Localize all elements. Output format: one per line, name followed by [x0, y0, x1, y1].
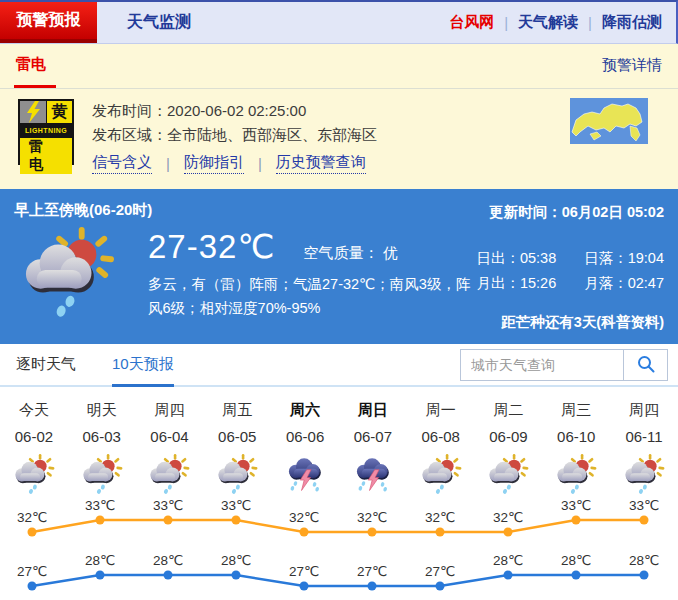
svg-text:27℃: 27℃	[357, 564, 387, 579]
dates-row: 06-0206-0306-0406-0506-0606-0706-0806-09…	[0, 423, 678, 451]
top-nav: 预警预报 天气监测 台风网|天气解读|降雨估测	[0, 0, 678, 44]
weather-description: 多云，有（雷）阵雨；气温27-32℃；南风3级，阵风6级；相对湿度70%-95%	[148, 273, 472, 321]
svg-text:32℃: 32℃	[289, 510, 319, 525]
header-link[interactable]: 天气解读	[518, 13, 578, 32]
svg-text:33℃: 33℃	[85, 498, 115, 513]
badge-type-en: LIGHTNING	[20, 124, 72, 137]
svg-text:28℃: 28℃	[493, 553, 523, 568]
day-name: 周五	[203, 397, 271, 423]
shower-icon	[610, 451, 678, 497]
svg-text:27℃: 27℃	[17, 564, 47, 579]
tab-ten-day-forecast[interactable]: 10天预报	[112, 344, 174, 387]
day-name: 周一	[407, 397, 475, 423]
badge-top-row: 黄	[20, 101, 72, 123]
shower-icon	[136, 451, 204, 497]
thunderstorm-icon	[339, 451, 407, 497]
day-date: 06-04	[136, 423, 204, 451]
header-links: 台风网|天气解读|降雨估测	[449, 2, 676, 43]
temperature-range: 27-32℃	[148, 227, 275, 266]
day-name: 周四	[610, 397, 678, 423]
publish-area-value: 全市陆地、西部海区、东部海区	[167, 126, 377, 143]
update-time-label: 更新时间：	[489, 204, 562, 220]
search-button[interactable]	[623, 350, 667, 380]
day-names-row: 今天明天周四周五周六周日周一周二周三周四	[0, 397, 678, 423]
alert-type-label[interactable]: 雷电	[16, 55, 46, 74]
svg-text:27℃: 27℃	[289, 564, 319, 579]
day-date: 06-05	[203, 423, 271, 451]
day-name: 周二	[475, 397, 543, 423]
alert-info: 发布时间：2020-06-02 02:25:00 发布区域：全市陆地、西部海区、…	[92, 99, 377, 189]
svg-text:28℃: 28℃	[629, 553, 659, 568]
day-date: 06-07	[339, 423, 407, 451]
day-date: 06-11	[610, 423, 678, 451]
alert-link-divider: |	[258, 155, 262, 172]
alert-active-underline	[14, 85, 56, 88]
publish-time-line: 发布时间：2020-06-02 02:25:00	[92, 99, 377, 123]
update-time-value: 06月02日 05:02	[562, 204, 664, 220]
day-name: 明天	[68, 397, 136, 423]
alert-link-divider: |	[166, 155, 170, 172]
air-quality-label: 空气质量：	[303, 244, 378, 261]
tab-warning-forecast[interactable]: 预警预报	[0, 2, 97, 43]
update-time: 更新时间：06月02日 05:02	[489, 203, 664, 222]
weather-icons-row	[0, 451, 678, 497]
shower-icon	[68, 451, 136, 497]
lightning-bolt-icon	[20, 101, 46, 123]
region-map	[570, 98, 648, 148]
day-name: 今天	[0, 397, 68, 423]
day-date: 06-03	[68, 423, 136, 451]
shower-icon	[407, 451, 475, 497]
sunrise: 日出：05:38	[476, 249, 556, 268]
weather-page: 预警预报 天气监测 台风网|天气解读|降雨估测 雷电 预警详情 黄 LIGHTN…	[0, 0, 678, 600]
svg-text:32℃: 32℃	[493, 510, 523, 525]
shower-icon	[203, 451, 271, 497]
alert-section: 雷电 预警详情 黄 LIGHTNING 雷电 发布时间：20	[0, 44, 678, 189]
header-link-divider: |	[504, 14, 508, 31]
ten-day-forecast: 今天明天周四周五周六周日周一周二周三周四 06-0206-0306-0406-0…	[0, 387, 678, 599]
tab-weather-monitor[interactable]: 天气监测	[97, 2, 221, 43]
current-conditions-panel: 早上至傍晚(06-20时) 27-32℃ 空气质量： 优 多云，有（雷）阵雨；气…	[0, 189, 678, 344]
air-quality: 空气质量： 优	[303, 244, 397, 263]
city-search-input[interactable]	[461, 350, 623, 380]
svg-text:28℃: 28℃	[561, 553, 591, 568]
day-date: 06-02	[0, 423, 68, 451]
shower-icon	[475, 451, 543, 497]
header-link-divider: |	[588, 14, 592, 31]
svg-text:33℃: 33℃	[153, 498, 183, 513]
lightning-warning-badge: 黄 LIGHTNING 雷电	[18, 99, 74, 165]
svg-text:33℃: 33℃	[629, 498, 659, 513]
solar-term-link[interactable]: 距芒种还有3天(科普资料)	[501, 313, 664, 332]
moonrise: 月出：15:26	[476, 274, 556, 293]
day-date: 06-08	[407, 423, 475, 451]
air-quality-value: 优	[383, 244, 398, 261]
alert-link[interactable]: 历史预警查询	[276, 153, 366, 174]
header-link[interactable]: 台风网	[449, 13, 494, 32]
svg-text:32℃: 32℃	[425, 510, 455, 525]
svg-text:28℃: 28℃	[221, 553, 251, 568]
publish-area-label: 发布区域：	[92, 126, 167, 143]
sun-moon-times: 日出：05:38 日落：19:04 月出：15:26 月落：02:47	[476, 249, 664, 293]
publish-time-label: 发布时间：	[92, 102, 167, 119]
sunset: 日落：19:04	[584, 249, 664, 268]
alert-body: 黄 LIGHTNING 雷电 发布时间：2020-06-02 02:25:00 …	[0, 89, 678, 189]
tab-hourly-weather[interactable]: 逐时天气	[16, 344, 76, 385]
header-link[interactable]: 降雨估测	[602, 13, 662, 32]
day-name: 周六	[271, 397, 339, 423]
day-name: 周三	[542, 397, 610, 423]
publish-area-line: 发布区域：全市陆地、西部海区、东部海区	[92, 123, 377, 147]
shower-icon	[0, 451, 68, 497]
shower-icon	[542, 451, 610, 497]
temperature-line-chart: 32℃33℃33℃33℃32℃32℃32℃32℃33℃33℃27℃28℃28℃2…	[0, 497, 678, 600]
alert-link[interactable]: 防御指引	[184, 153, 244, 174]
search-icon	[636, 354, 656, 377]
thunderstorm-icon	[271, 451, 339, 497]
current-weather-icon shower-icon	[20, 227, 116, 321]
svg-text:28℃: 28℃	[153, 553, 183, 568]
svg-text:33℃: 33℃	[221, 498, 251, 513]
badge-level-char: 黄	[47, 101, 72, 123]
alert-link[interactable]: 信号含义	[92, 153, 152, 174]
alert-details-link[interactable]: 预警详情	[602, 56, 662, 75]
publish-time-value: 2020-06-02 02:25:00	[167, 102, 306, 119]
svg-text:32℃: 32℃	[17, 510, 47, 525]
badge-type-cn: 雷电	[20, 138, 72, 174]
